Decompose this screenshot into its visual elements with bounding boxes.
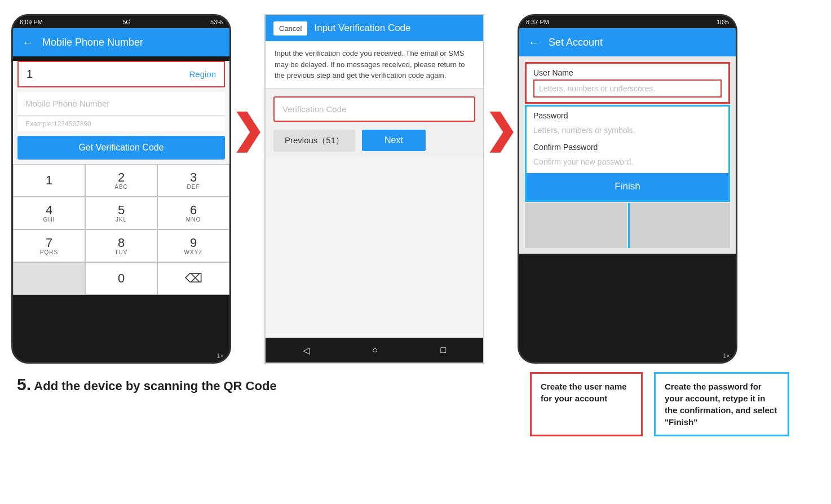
key-8[interactable]: 8 TUV — [85, 229, 157, 262]
account-footer — [525, 203, 730, 248]
password-label: Password — [533, 111, 722, 120]
verification-code-input[interactable]: Verification Code — [273, 96, 475, 122]
verify-body — [266, 157, 483, 338]
footer-cell-left — [525, 203, 627, 248]
confirm-password-input[interactable]: Confirm your new password. — [533, 154, 722, 170]
password-input[interactable]: Letters, numbers or symbols. — [533, 122, 722, 138]
status-time-3: 8:37 PM — [526, 19, 549, 25]
username-label: User Name — [533, 68, 722, 77]
key-2[interactable]: 2 ABC — [85, 164, 157, 197]
region-row[interactable]: 1 Region — [17, 61, 225, 87]
account-header: ← Set Account — [519, 28, 736, 56]
home-nav-icon[interactable]: ○ — [372, 345, 378, 355]
confirm-label: Confirm Password — [533, 143, 722, 152]
cancel-button[interactable]: Cancel — [273, 21, 307, 36]
bottom-section: 5. Add the device by scanning the QR Cod… — [0, 369, 831, 436]
screen2-wrapper: Cancel Input Verification Code Input the… — [264, 14, 484, 364]
arrow-right-2: ❯ — [484, 110, 518, 149]
next-button[interactable]: Next — [362, 130, 426, 151]
annotation-blue: Create the password for your account, re… — [654, 372, 789, 436]
confirm-password-section: Confirm Password Confirm your new passwo… — [533, 143, 722, 170]
bottom-left: 5. Add the device by scanning the QR Cod… — [11, 369, 519, 394]
account-header-title: Set Account — [549, 37, 603, 48]
phone-header-title-1: Mobile Phone Number — [42, 37, 143, 48]
username-section: User Name Letters, numbers or underscore… — [525, 62, 730, 104]
key-0[interactable]: 0 — [85, 262, 157, 295]
password-section: Password Letters, numbers or symbols. Co… — [525, 105, 730, 202]
screen3-badge: 1× — [723, 352, 730, 359]
status-bar-1: 6:09 PM 5G 53% — [13, 16, 229, 28]
get-verification-code-button[interactable]: Get Verification Code — [17, 136, 225, 160]
key-4[interactable]: 4 GHI — [13, 197, 85, 229]
key-7[interactable]: 7 PQRS — [13, 229, 85, 262]
phone-input-field[interactable]: Mobile Phone Number — [17, 92, 225, 116]
username-input[interactable]: Letters, numbers or underscores. — [533, 79, 722, 98]
key-empty — [13, 262, 85, 295]
verify-screen: Cancel Input Verification Code Input the… — [264, 14, 484, 364]
annotation-boxes: Create the user name for your account Cr… — [530, 372, 789, 436]
back-nav-icon[interactable]: ◁ — [303, 345, 310, 356]
instruction-text: Add the device by scanning the QR Code — [34, 379, 276, 393]
previous-button[interactable]: Previous（51） — [273, 130, 355, 152]
key-9[interactable]: 9 WXYZ — [157, 229, 229, 262]
account-content: User Name Letters, numbers or underscore… — [519, 56, 736, 254]
back-arrow-icon-3[interactable]: ← — [528, 36, 540, 49]
key-3[interactable]: 3 DEF — [157, 164, 229, 197]
verify-buttons-row: Previous（51） Next — [273, 130, 475, 152]
screen1-badge: 1× — [216, 352, 224, 359]
status-battery-1: 53% — [210, 19, 223, 25]
status-bar-3: 8:37 PM 10% — [519, 16, 736, 28]
annotation-red: Create the user name for your account — [530, 372, 643, 436]
arrow-right-1: ❯ — [231, 110, 264, 149]
key-1[interactable]: 1 — [13, 164, 85, 197]
verify-top-bar: Cancel Input Verification Code — [266, 15, 483, 41]
phone-header-1: ← Mobile Phone Number — [13, 28, 229, 56]
key-6[interactable]: 6 MNO — [157, 197, 229, 229]
step-number: 5. — [17, 375, 31, 394]
phone-input-placeholder: Mobile Phone Number — [25, 99, 109, 108]
region-label[interactable]: Region — [189, 69, 216, 79]
status-time-1: 6:09 PM — [20, 19, 43, 25]
key-5[interactable]: 5 JKL — [85, 197, 157, 229]
key-backspace[interactable]: ⌫ — [157, 262, 229, 295]
recent-nav-icon[interactable]: □ — [441, 345, 447, 355]
screen1-wrapper: 6:09 PM 5G 53% ← Mobile Phone Number 1 R… — [11, 14, 231, 364]
bottom-instruction: 5. Add the device by scanning the QR Cod… — [11, 375, 519, 394]
keypad: 1 2 ABC 3 DEF 4 GHI 5 — [13, 164, 229, 295]
screen3-wrapper: 8:37 PM 10% ← Set Account User Name Lett… — [518, 14, 737, 364]
footer-cell-right — [628, 203, 730, 248]
account-screen: 8:37 PM 10% ← Set Account User Name Lett… — [518, 14, 737, 364]
example-text: Example:1234567890 — [25, 120, 91, 128]
status-signal-1: 5G — [122, 19, 131, 25]
verify-title: Input Verification Code — [314, 23, 410, 34]
status-battery-3: 10% — [717, 19, 729, 25]
finish-button[interactable]: Finish — [527, 173, 728, 200]
verify-description: Input the verification code you received… — [266, 41, 483, 89]
phone-screen-1: 6:09 PM 5G 53% ← Mobile Phone Number 1 R… — [11, 14, 231, 364]
android-nav-bar: ◁ ○ □ — [266, 338, 483, 362]
back-arrow-icon-1[interactable]: ← — [22, 36, 33, 49]
region-number: 1 — [26, 68, 33, 81]
phone-example: Example:1234567890 — [17, 117, 225, 131]
phone-content-1: 1 Region Mobile Phone Number Example:123… — [13, 61, 229, 295]
